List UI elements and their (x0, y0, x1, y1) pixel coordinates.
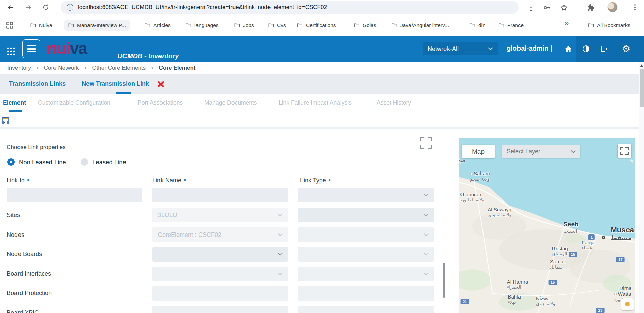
node-boards-label: Node Boards (7, 250, 42, 258)
extensions-icon[interactable] (586, 3, 595, 12)
bookmarks-overflow-icon[interactable]: » (565, 19, 569, 28)
link-type-label: Link Type• (300, 176, 331, 184)
map-place-label: Al Hamraالحمراء (507, 279, 528, 290)
password-key-icon[interactable] (543, 3, 551, 12)
bookmark-item[interactable]: Certifications (297, 20, 336, 31)
toolbar-divider (574, 3, 574, 11)
close-tab-icon[interactable] (157, 80, 165, 88)
folder-icon (498, 22, 504, 28)
link-id-label: Link Id• (7, 176, 29, 184)
bookmark-item[interactable]: Articles (144, 20, 171, 31)
breadcrumb-item[interactable]: Inventory (7, 65, 31, 71)
nodes-secondary-select[interactable] (298, 227, 434, 242)
sites-secondary-select[interactable] (298, 208, 434, 222)
map-fullscreen-icon[interactable] (618, 144, 631, 158)
logo-part-2: va (70, 39, 87, 57)
save-icon[interactable] (2, 117, 9, 124)
link-name-input[interactable] (152, 188, 288, 202)
breadcrumb-item[interactable]: Other Core Elements (92, 65, 146, 71)
tab-transmission-links[interactable]: Transmission Links (9, 80, 66, 87)
board-interfaces-secondary-select[interactable] (298, 267, 434, 281)
subtab-asset-history[interactable]: Asset History (377, 99, 411, 106)
profile-avatar[interactable] (607, 2, 618, 12)
map[interactable]: صحlfSahamولاية صحمKhaburahولاية الخابورة… (459, 138, 635, 313)
scrollbar-thumb[interactable] (640, 69, 644, 107)
bookmark-item[interactable]: Jobs (234, 20, 254, 31)
map-type-button[interactable]: Map (462, 145, 495, 158)
install-app-icon[interactable] (527, 3, 535, 12)
subtab-manage-documents[interactable]: Manage Documents (204, 99, 257, 106)
url-text[interactable]: localhost:6083/ACE_UCMDB_UI/inv/tr-link/… (78, 4, 327, 11)
breadcrumb-item[interactable]: Core Network (44, 65, 79, 71)
breadcrumb-separator: > (36, 65, 39, 71)
expand-form-icon[interactable] (417, 134, 434, 151)
reload-icon[interactable] (41, 3, 50, 12)
board-interfaces-select[interactable] (152, 267, 288, 281)
chevron-down-icon (278, 212, 283, 218)
browser-menu-icon[interactable] (632, 3, 638, 11)
map-terrain (459, 138, 635, 313)
home-icon[interactable] (564, 44, 573, 53)
chevron-down-icon (488, 47, 493, 51)
network-select[interactable]: Netwrok-All (423, 42, 498, 55)
layer-select[interactable]: Select Layer (502, 145, 580, 158)
contrast-icon[interactable] (582, 44, 591, 53)
all-bookmarks-button[interactable]: All Bookmarks (588, 20, 630, 31)
app-grid-icon[interactable] (7, 47, 15, 57)
map-pegman-control[interactable] (621, 298, 634, 310)
chevron-down-icon (278, 232, 283, 238)
link-type-select[interactable] (298, 188, 434, 202)
back-icon[interactable] (6, 3, 15, 12)
board-protection-secondary-input[interactable] (298, 286, 434, 301)
site-info-icon[interactable]: i (67, 4, 73, 11)
node-boards-select[interactable] (152, 247, 288, 262)
nodes-label: Nodes (7, 231, 24, 239)
apps-grid-icon[interactable] (6, 22, 13, 30)
radio-leased-line[interactable] (81, 158, 88, 166)
address-bar[interactable]: i localhost:6083/ACE_UCMDB_UI/inv/tr-lin… (61, 1, 519, 14)
subtab-element[interactable]: Element (3, 99, 26, 106)
bookmark-item[interactable]: France (498, 20, 524, 31)
settings-gear-icon[interactable]: ⚙ (622, 44, 631, 53)
hamburger-menu-button[interactable] (22, 39, 40, 58)
subtab-customizable-configuration[interactable]: Customizable Configuration (38, 99, 110, 106)
node-boards-secondary-select[interactable] (298, 247, 434, 262)
required-marker: • (184, 176, 186, 184)
sites-select[interactable]: 3LOLO (152, 208, 288, 222)
map-place-label: Al Suwayqولاية السويق (488, 206, 511, 217)
bookmark-star-icon[interactable] (560, 3, 568, 12)
folder-icon (185, 22, 191, 28)
board-xpic-input[interactable] (152, 306, 288, 313)
map-place-label: Nizwaولاية نزوى (536, 295, 555, 306)
logout-icon[interactable] (600, 44, 608, 53)
form-scrollbar-thumb[interactable] (443, 263, 445, 298)
bookmark-label: Cvs (277, 22, 286, 28)
nodes-select[interactable]: CoreElement : CSCF02 (152, 227, 288, 242)
route-shield: 1 (588, 234, 595, 240)
bookmark-item[interactable]: Golas (354, 20, 377, 31)
bookmark-item[interactable]: Cvs (268, 20, 286, 31)
subtab-link-failure-impact-analysis[interactable]: Link Failure Impact Analysis (279, 99, 352, 106)
subtab-port-associations[interactable]: Port Associations (138, 99, 183, 106)
scrollbar-up-arrow[interactable] (640, 64, 643, 67)
bookmark-item[interactable]: din (469, 20, 486, 31)
map-place-label: Fanjaفنجاء (582, 240, 595, 251)
bookmark-item[interactable]: Nuiva (30, 20, 52, 31)
board-xpic-secondary-input[interactable] (298, 306, 434, 313)
board-xpic-label: Board XPIC (7, 309, 39, 313)
tab-new-transmission-link[interactable]: New Transmission Link (82, 80, 149, 87)
bookmark-label: Articles (153, 22, 171, 28)
bookmarks-divider (20, 20, 20, 30)
board-protection-input[interactable] (152, 286, 288, 301)
page-scrollbar[interactable] (639, 62, 644, 313)
forward-icon[interactable] (24, 3, 33, 12)
bookmark-item[interactable]: Java/Angular interv... (391, 20, 449, 31)
bookmark-label: Java/Angular interv... (400, 22, 449, 28)
sites-value: 3LOLO (158, 212, 177, 219)
radio-non-leased-line[interactable] (7, 158, 15, 166)
link-id-input[interactable] (7, 188, 142, 202)
app-logo: nuiva (47, 39, 87, 58)
bookmark-item[interactable]: Manara-Interview P... (64, 20, 130, 31)
chevron-down-icon (424, 271, 429, 277)
bookmark-item[interactable]: languages (185, 20, 219, 31)
